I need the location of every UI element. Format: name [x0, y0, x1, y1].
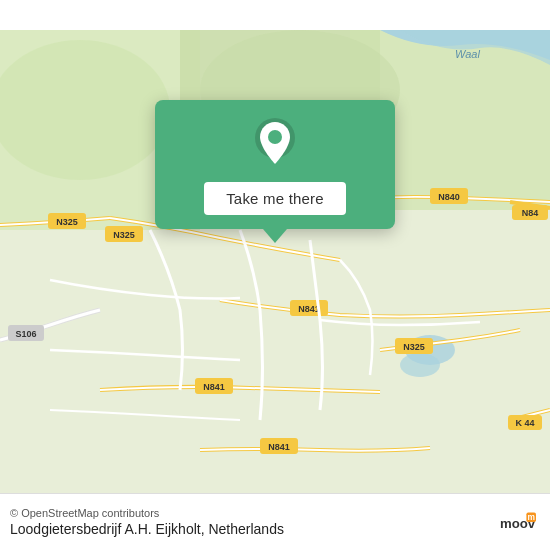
bottom-info: © OpenStreetMap contributors Loodgieters…	[10, 507, 284, 537]
svg-text:Waal: Waal	[455, 48, 480, 60]
take-me-there-button[interactable]: Take me there	[204, 182, 346, 215]
map-container: Waal N325 N325 N840 N84 N841	[0, 0, 550, 550]
location-pin-icon	[248, 118, 302, 172]
svg-text:N325: N325	[56, 217, 78, 227]
svg-text:S106: S106	[15, 329, 36, 339]
svg-point-8	[400, 353, 440, 377]
svg-text:N325: N325	[403, 342, 425, 352]
svg-point-30	[268, 130, 282, 144]
svg-text:m: m	[528, 512, 535, 522]
bottom-bar: © OpenStreetMap contributors Loodgieters…	[0, 493, 550, 550]
svg-text:K 44: K 44	[515, 418, 534, 428]
moovit-logo-svg: moovit m	[500, 504, 536, 540]
osm-credit: © OpenStreetMap contributors	[10, 507, 284, 519]
svg-text:N84: N84	[522, 208, 539, 218]
svg-text:N840: N840	[438, 192, 460, 202]
svg-text:N325: N325	[113, 230, 135, 240]
map-background: Waal N325 N325 N840 N84 N841	[0, 0, 550, 550]
svg-text:N841: N841	[298, 304, 320, 314]
svg-text:N841: N841	[268, 442, 290, 452]
popup-card: Take me there	[155, 100, 395, 229]
svg-text:N841: N841	[203, 382, 225, 392]
place-name: Loodgietersbedrijf A.H. Eijkholt, Nether…	[10, 521, 284, 537]
moovit-logo: moovit m	[500, 504, 536, 540]
